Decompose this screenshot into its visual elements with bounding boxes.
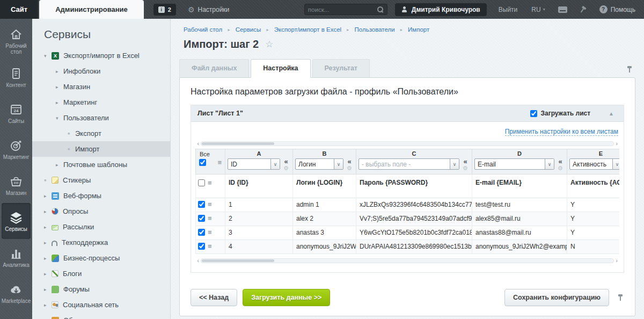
row-checkbox[interactable]	[198, 201, 205, 208]
field-select-c[interactable]: - выбрать поле -∨	[358, 158, 459, 170]
drag-handle-icon[interactable]: ≡	[217, 158, 222, 166]
menu-item-learning[interactable]: ▸ Обучение	[32, 313, 170, 319]
menu-item-shop[interactable]: ▸ Магазин	[32, 79, 170, 95]
scroll-right-icon[interactable]: ›	[614, 258, 619, 263]
menu-item-stickers[interactable]: ■ Стикеры	[32, 172, 170, 188]
rail-item-shop[interactable]: Магазин	[2, 167, 31, 203]
collapse-sheet-icon[interactable]: ▲	[609, 111, 614, 117]
drag-handle-icon[interactable]: ≡	[208, 242, 212, 250]
apply-to-all-sheets-link[interactable]: Применить настройки ко всем листам	[505, 128, 618, 136]
menu-item-mail-templates[interactable]: ▸ Почтовые шаблоны	[32, 157, 170, 172]
row-checkbox[interactable]	[198, 229, 205, 236]
breadcrumb-link[interactable]: Рабочий стол	[184, 26, 222, 33]
breadcrumb-link[interactable]: Экспорт/импорт в Excel	[274, 26, 341, 33]
chevron-expanded-icon[interactable]: ▾	[44, 53, 52, 59]
field-select-d[interactable]: E-mail∨	[474, 158, 554, 170]
menu-item-users[interactable]: ▾ Пользователи	[32, 110, 170, 126]
menu-item-marketing[interactable]: ▸ Маркетинг	[32, 95, 170, 110]
breadcrumb-link[interactable]: Пользователи	[355, 26, 395, 33]
tab-result[interactable]: Результат	[312, 59, 370, 77]
select-all-checkbox[interactable]	[199, 159, 206, 166]
menu-item-mailings[interactable]: ▸ Рассылки	[32, 219, 170, 235]
row-checkbox[interactable]	[198, 243, 205, 250]
scroll-right-icon[interactable]: ›	[614, 141, 619, 146]
menu-item-excel-export-import[interactable]: ▾ Экспорт/импорт в Excel	[32, 48, 170, 63]
header-row-checkbox[interactable]	[198, 179, 205, 186]
help-button[interactable]: ? Помощь	[599, 5, 635, 13]
rail-item-services[interactable]: Сервисы	[2, 203, 31, 239]
rail-item-content[interactable]: Контент	[2, 59, 31, 95]
menu-item-export[interactable]: ■ Экспорт	[32, 126, 170, 141]
rail-item-analytics[interactable]: Аналитика	[2, 239, 31, 275]
pin-icon[interactable]	[626, 66, 633, 73]
horizontal-scrollbar-bottom[interactable]: ‹ ›	[195, 257, 619, 264]
collapse-column-icon[interactable]: «	[558, 158, 562, 165]
chevron-collapsed-icon[interactable]: ▸	[44, 287, 52, 292]
hotkeys-icon[interactable]	[558, 6, 567, 13]
chevron-collapsed-icon[interactable]: ▸	[44, 240, 52, 245]
save-configuration-button[interactable]: Сохранить конфигурацию	[504, 289, 609, 306]
drag-handle-icon[interactable]: ≡	[208, 214, 212, 222]
language-selector[interactable]: RU ▾	[531, 6, 545, 13]
menu-item-polls[interactable]: ▸ Опросы	[32, 204, 170, 219]
scroll-left-icon[interactable]: ‹	[195, 258, 201, 263]
chevron-collapsed-icon[interactable]: ▸	[56, 69, 63, 74]
collapse-column-icon[interactable]: «	[347, 158, 351, 165]
back-button[interactable]: << Назад	[191, 289, 237, 306]
scroll-left-icon[interactable]: ‹	[195, 141, 201, 146]
chevron-collapsed-icon[interactable]: ▸	[56, 100, 63, 105]
menu-item-forums[interactable]: ▸ Форумы	[32, 281, 170, 297]
site-tab[interactable]: Сайт	[0, 0, 38, 19]
gear-icon[interactable]: ⚙	[347, 165, 352, 171]
collapse-column-icon[interactable]: «	[284, 158, 288, 165]
menu-item-social-network[interactable]: ▸ Социальная сеть	[32, 297, 170, 313]
menu-item-blogs[interactable]: ▸ Блоги	[32, 266, 170, 281]
rail-item-sites[interactable]: 24 Сайты	[2, 95, 31, 131]
menu-item-webforms[interactable]: ▸ Веб-формы	[32, 188, 170, 204]
rail-item-marketplace[interactable]: Marketplace	[2, 275, 31, 311]
scrollbar-thumb[interactable]	[202, 142, 274, 145]
row-checkbox[interactable]	[198, 215, 205, 222]
user-menu-button[interactable]: Дмитрий Кривочуров	[395, 3, 487, 16]
search-icon[interactable]	[377, 6, 384, 13]
gear-icon[interactable]: ⚙	[283, 165, 289, 171]
chevron-collapsed-icon[interactable]: ▸	[44, 271, 52, 277]
pin-icon[interactable]	[617, 294, 624, 301]
rail-item-desktop[interactable]: Рабочий стол	[2, 23, 31, 59]
tab-settings[interactable]: Настройка	[251, 59, 310, 78]
drag-handle-icon[interactable]: ≡	[208, 228, 212, 236]
chevron-collapsed-icon[interactable]: ▸	[56, 84, 63, 90]
chevron-collapsed-icon[interactable]: ▸	[44, 224, 52, 230]
search-box[interactable]	[304, 4, 387, 15]
logout-link[interactable]: Выйти	[499, 6, 518, 13]
chevron-collapsed-icon[interactable]: ▸	[44, 209, 52, 214]
field-select-a[interactable]: ID∨	[228, 158, 280, 170]
scrollbar-thumb[interactable]	[202, 259, 274, 262]
chevron-collapsed-icon[interactable]: ▸	[56, 162, 63, 168]
chevron-collapsed-icon[interactable]: ▸	[44, 256, 52, 261]
field-select-b[interactable]: Логин∨	[295, 158, 343, 170]
drag-handle-icon[interactable]: ≡	[208, 179, 212, 187]
rail-item-marketing[interactable]: Маркетинг	[2, 131, 31, 167]
tab-data-file[interactable]: Файл данных	[179, 59, 249, 77]
pin-icon[interactable]	[577, 4, 588, 15]
settings-button[interactable]: ⚙ Настройки	[188, 6, 229, 13]
menu-item-support[interactable]: ▸ Техподдержка	[32, 235, 170, 250]
collapse-column-icon[interactable]: «	[463, 158, 467, 165]
load-sheet-checkbox[interactable]	[530, 110, 537, 117]
menu-item-business-processes[interactable]: ▸ Бизнес-процессы	[32, 250, 170, 266]
gear-icon[interactable]: ⚙	[558, 165, 563, 171]
chevron-expanded-icon[interactable]: ▾	[56, 115, 63, 121]
load-data-button[interactable]: Загрузить данные >>	[243, 289, 330, 306]
menu-item-infoblocks[interactable]: ▸ Инфоблоки	[32, 63, 170, 79]
field-select-e[interactable]: Активность∨	[569, 158, 619, 170]
chevron-collapsed-icon[interactable]: ▸	[44, 193, 52, 199]
chevron-collapsed-icon[interactable]: ▸	[44, 302, 52, 308]
admin-tab[interactable]: Администрирование	[39, 0, 144, 19]
load-sheet-label[interactable]: Загружать лист	[540, 110, 590, 117]
breadcrumb-link[interactable]: Импорт	[408, 26, 429, 33]
notifications-badge[interactable]: i 2	[153, 4, 176, 16]
search-input[interactable]	[308, 6, 377, 13]
menu-item-import[interactable]: ■ Импорт	[32, 141, 170, 157]
drag-handle-icon[interactable]: ≡	[208, 200, 212, 208]
